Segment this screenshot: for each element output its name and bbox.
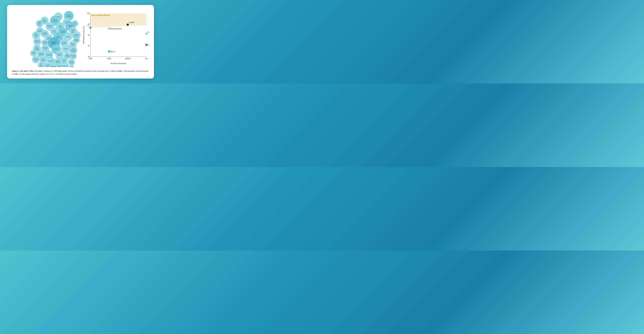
svg-text:science: science bbox=[61, 32, 65, 33]
svg-text:Algebraic: Algebraic bbox=[65, 55, 70, 56]
svg-text:research: research bbox=[48, 26, 52, 28]
svg-text:o1-preview: o1-preview bbox=[148, 44, 149, 46]
svg-text:800000: 800000 bbox=[125, 58, 130, 60]
svg-text:Difference: Difference bbox=[43, 47, 48, 48]
svg-text:algebra: algebra bbox=[58, 26, 62, 28]
svg-text:17000: 17000 bbox=[107, 58, 111, 60]
svg-text:rings: rings bbox=[46, 66, 49, 67]
svg-text:research: research bbox=[42, 21, 46, 22]
svg-text:Math-: Math- bbox=[36, 46, 38, 48]
svg-text:Sky-T1: Sky-T1 bbox=[110, 51, 116, 53]
svg-point-176 bbox=[108, 28, 110, 30]
svg-text:equations: equations bbox=[43, 48, 48, 50]
svg-text:theory: theory bbox=[52, 43, 56, 45]
svg-text:Statistical: Statistical bbox=[42, 33, 47, 34]
svg-text:100: 100 bbox=[87, 13, 90, 14]
svg-text:dynamics: dynamics bbox=[41, 60, 46, 61]
svg-text:Solid: Solid bbox=[40, 63, 42, 64]
svg-text:equations: equations bbox=[39, 54, 44, 56]
svg-text:systems: systems bbox=[56, 62, 60, 63]
svg-text:logic: logic bbox=[35, 36, 37, 37]
svg-text:s1: s1 bbox=[87, 25, 89, 27]
svg-text:Complex: Complex bbox=[62, 41, 66, 43]
svg-text:education: education bbox=[35, 49, 39, 50]
svg-text:Field: Field bbox=[63, 60, 65, 61]
svg-text:Economics: Economics bbox=[51, 66, 56, 67]
svg-text:Computer: Computer bbox=[60, 30, 65, 32]
svg-text:equations: equations bbox=[71, 51, 76, 52]
svg-text:Functional: Functional bbox=[34, 58, 38, 59]
svg-text:Integral: Integral bbox=[74, 39, 78, 40]
svg-text:QwQ: QwQ bbox=[148, 31, 149, 33]
svg-text:mation: mation bbox=[38, 23, 41, 24]
svg-text:Electro-: Electro- bbox=[47, 37, 51, 38]
svg-text:systems: systems bbox=[43, 43, 47, 44]
svg-text:variations: variations bbox=[46, 55, 52, 56]
caption-figure-label: Figure 2. bbox=[12, 70, 19, 72]
svg-text:Integral: Integral bbox=[38, 30, 42, 31]
svg-text:Real: Real bbox=[57, 36, 60, 37]
svg-text:Associative: Associative bbox=[45, 65, 50, 66]
svg-text:mech-: mech- bbox=[40, 65, 42, 66]
svg-point-174 bbox=[89, 27, 92, 29]
svg-point-178 bbox=[126, 24, 129, 26]
svg-text:functions: functions bbox=[62, 43, 66, 44]
svg-text:theory: theory bbox=[62, 61, 66, 62]
svg-text:General: General bbox=[67, 14, 71, 16]
svg-text:Mechanics: Mechanics bbox=[48, 61, 54, 62]
svg-point-182 bbox=[145, 33, 148, 35]
svg-text:Algebraic: Algebraic bbox=[57, 66, 62, 67]
svg-text:90: 90 bbox=[88, 34, 90, 36]
bubble-chart: StatisticsGeneraltopologyGeo-physicsrese… bbox=[12, 9, 81, 67]
svg-text:analysis: analysis bbox=[74, 35, 78, 37]
svg-text:Probability: Probability bbox=[68, 25, 73, 26]
svg-text:Operations: Operations bbox=[47, 25, 53, 26]
svg-text:ematical: ematical bbox=[34, 35, 38, 36]
svg-text:N/A: N/A bbox=[145, 58, 148, 60]
svg-text:topology: topology bbox=[66, 16, 71, 17]
svg-text:analysis: analysis bbox=[70, 62, 74, 64]
bubble-chart-svg: StatisticsGeneraltopologyGeo-physicsrese… bbox=[12, 9, 81, 67]
table1-link[interactable]: Table 1 bbox=[50, 73, 55, 75]
svg-text:geometry: geometry bbox=[57, 67, 62, 67]
svg-text:Harmonic: Harmonic bbox=[69, 61, 74, 62]
svg-text:physics: physics bbox=[43, 20, 46, 21]
svg-text:Thermo-: Thermo- bbox=[41, 59, 46, 60]
svg-text:Group: Group bbox=[52, 30, 56, 31]
svg-text:theory: theory bbox=[38, 24, 41, 26]
svg-text:Differential: Differential bbox=[38, 53, 44, 54]
scatter-plot-svg: Most sample-efficient8085909510010001700… bbox=[82, 9, 149, 67]
figure-card: StatisticsGeneraltopologyGeo-physicsrese… bbox=[7, 5, 154, 79]
svg-point-180 bbox=[108, 50, 110, 53]
svg-text:Geometry: Geometry bbox=[54, 48, 59, 50]
svg-text:MATH500 Accuracy (%): MATH500 Accuracy (%) bbox=[83, 26, 84, 44]
svg-text:differential: differential bbox=[71, 50, 76, 51]
svg-text:geometry: geometry bbox=[52, 21, 57, 22]
svg-text:Partial: Partial bbox=[72, 48, 75, 49]
svg-text:Linear: Linear bbox=[58, 25, 62, 26]
svg-text:85: 85 bbox=[88, 45, 90, 47]
svg-text:geometry: geometry bbox=[35, 42, 40, 43]
svg-text:ematics: ematics bbox=[35, 48, 39, 49]
svg-text:structures: structures bbox=[65, 56, 70, 57]
svg-text:Information: Information bbox=[70, 55, 76, 56]
svg-text:theory: theory bbox=[32, 53, 35, 55]
svg-text:analysis: analysis bbox=[34, 60, 38, 61]
svg-text:theory: theory bbox=[52, 31, 56, 33]
figures-row: StatisticsGeneraltopologyGeo-physicsrese… bbox=[12, 9, 149, 68]
svg-text:Convex: Convex bbox=[53, 19, 57, 21]
svg-text:80: 80 bbox=[88, 56, 90, 58]
svg-text:1000: 1000 bbox=[89, 58, 92, 60]
svg-text:equations: equations bbox=[74, 40, 79, 41]
svg-text:anics: anics bbox=[40, 66, 42, 67]
svg-text:Number of Examples: Number of Examples bbox=[111, 63, 126, 64]
svg-text:Bespoke-Stratos: Bespoke-Stratos bbox=[110, 28, 122, 30]
svg-text:Numerical: Numerical bbox=[74, 34, 79, 35]
scatter-plot: Most sample-efficient8085909510010001700… bbox=[81, 9, 149, 67]
svg-text:theory: theory bbox=[71, 45, 74, 46]
caption-text: s1K and s1-32B. (left) s1K is a dataset … bbox=[12, 70, 148, 75]
svg-text:r1-distill: r1-distill bbox=[129, 22, 134, 23]
svg-text:Algebraic: Algebraic bbox=[56, 61, 60, 62]
svg-text:Biology: Biology bbox=[66, 36, 70, 37]
svg-text:Control: Control bbox=[70, 67, 73, 67]
